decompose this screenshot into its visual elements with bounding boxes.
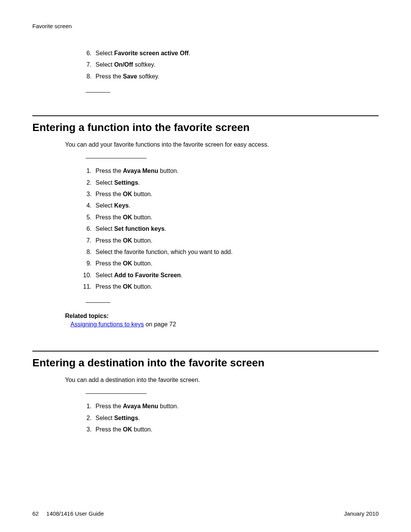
step-text: Press the bbox=[96, 214, 123, 220]
step-text: Press the bbox=[96, 237, 123, 244]
step-text: softkey. bbox=[137, 73, 159, 80]
step-bold: Favorite screen active Off bbox=[114, 50, 189, 56]
section-intro: You can add your favorite functions into… bbox=[65, 141, 379, 148]
step-text: button. bbox=[132, 237, 152, 244]
list-item: Press the OK button. bbox=[93, 424, 379, 435]
list-item: Press the OK button. bbox=[93, 235, 379, 246]
step-bold: OK bbox=[123, 426, 132, 433]
section-heading: Entering a function into the favorite sc… bbox=[32, 121, 379, 134]
step-text: Select bbox=[96, 272, 114, 278]
step-text: Press the bbox=[96, 403, 123, 409]
step-text: Select the favorite function, which you … bbox=[96, 249, 233, 255]
step-bold: OK bbox=[123, 237, 132, 244]
list-item: Select Settings. bbox=[93, 177, 379, 189]
step-text: button. bbox=[132, 191, 152, 197]
step-bold: Set function keys bbox=[114, 225, 164, 232]
list-item: Press the Avaya Menu button. bbox=[93, 401, 379, 412]
footer-date: January 2010 bbox=[344, 510, 379, 517]
step-text: button. bbox=[132, 426, 152, 433]
page-body: Favorite screen Select Favorite screen a… bbox=[0, 0, 411, 451]
step-text: . bbox=[138, 179, 140, 186]
related-topic-tail: on page 72 bbox=[144, 321, 176, 328]
step-bold: Settings bbox=[114, 179, 138, 186]
step-text: Press the bbox=[96, 191, 123, 197]
step-text: Select bbox=[96, 415, 114, 421]
section-heading: Entering a destination into the favorite… bbox=[32, 357, 379, 369]
step-bold: Save bbox=[123, 73, 137, 80]
list-item: Select the favorite function, which you … bbox=[93, 246, 379, 258]
step-text: Select bbox=[96, 61, 114, 68]
step-text: Select bbox=[96, 50, 114, 56]
short-rule bbox=[86, 158, 147, 158]
step-bold: OK bbox=[123, 214, 132, 220]
list-item: Press the OK button. bbox=[93, 212, 379, 223]
running-head: Favorite screen bbox=[32, 23, 379, 29]
step-text: Press the bbox=[96, 283, 123, 290]
step-text: Select bbox=[96, 202, 114, 209]
step-text: . bbox=[164, 225, 166, 232]
list-item: Press the Avaya Menu button. bbox=[93, 165, 379, 177]
step-text: . bbox=[181, 272, 182, 278]
list-item: Select Keys. bbox=[93, 200, 379, 211]
step-text: Select bbox=[96, 225, 114, 232]
procedure-steps: Press the Avaya Menu button. Select Sett… bbox=[32, 165, 379, 292]
section-rule bbox=[32, 115, 379, 116]
step-text: Select bbox=[96, 179, 114, 186]
step-bold: OK bbox=[123, 191, 132, 197]
list-item: Select On/Off softkey. bbox=[93, 59, 379, 70]
step-bold: Keys bbox=[114, 202, 129, 209]
procedure-steps: Press the Avaya Menu button. Select Sett… bbox=[32, 401, 379, 435]
section-intro: You can add a destination into the favor… bbox=[65, 377, 379, 383]
short-rule bbox=[86, 393, 147, 394]
related-topics-heading: Related topics: bbox=[65, 313, 379, 320]
list-item: Select Add to Favorite Screen. bbox=[93, 270, 379, 281]
step-text: button. bbox=[158, 168, 178, 174]
footer-guide-title: 1408/1416 User Guide bbox=[46, 510, 104, 517]
short-rule bbox=[86, 92, 110, 93]
section-rule bbox=[32, 351, 379, 351]
list-item: Select Set function keys. bbox=[93, 223, 379, 235]
list-item: Press the OK button. bbox=[93, 281, 379, 292]
step-text: . bbox=[138, 415, 140, 421]
continued-steps: Select Favorite screen active Off. Selec… bbox=[32, 48, 379, 82]
list-item: Press the OK button. bbox=[93, 189, 379, 200]
step-text: button. bbox=[132, 283, 152, 290]
step-bold: OK bbox=[123, 260, 132, 267]
step-text: . bbox=[189, 50, 190, 56]
step-bold: Settings bbox=[114, 415, 138, 421]
step-text: Press the bbox=[96, 168, 123, 174]
step-bold: Add to Favorite Screen bbox=[114, 272, 181, 278]
step-bold: On/Off bbox=[114, 61, 133, 68]
related-topic-link[interactable]: Assigning functions to keys bbox=[70, 321, 144, 328]
short-rule bbox=[86, 302, 110, 303]
list-item: Select Favorite screen active Off. bbox=[93, 48, 379, 59]
step-text: button. bbox=[132, 214, 152, 220]
list-item: Select Settings. bbox=[93, 412, 379, 424]
list-item: Press the OK button. bbox=[93, 258, 379, 269]
step-text: . bbox=[129, 202, 130, 209]
list-item: Press the Save softkey. bbox=[93, 71, 379, 82]
step-text: button. bbox=[132, 260, 152, 267]
related-topic-line: Assigning functions to keys on page 72 bbox=[70, 321, 379, 328]
step-bold: Avaya Menu bbox=[123, 168, 158, 174]
step-text: Press the bbox=[96, 426, 123, 433]
page-footer: 62 1408/1416 User Guide January 2010 bbox=[32, 510, 379, 517]
step-text: button. bbox=[158, 403, 178, 409]
page-number: 62 bbox=[32, 510, 39, 517]
step-text: softkey. bbox=[133, 61, 155, 68]
step-bold: OK bbox=[123, 283, 132, 290]
step-bold: Avaya Menu bbox=[123, 403, 158, 409]
step-text: Press the bbox=[96, 73, 123, 80]
step-text: Press the bbox=[96, 260, 123, 267]
